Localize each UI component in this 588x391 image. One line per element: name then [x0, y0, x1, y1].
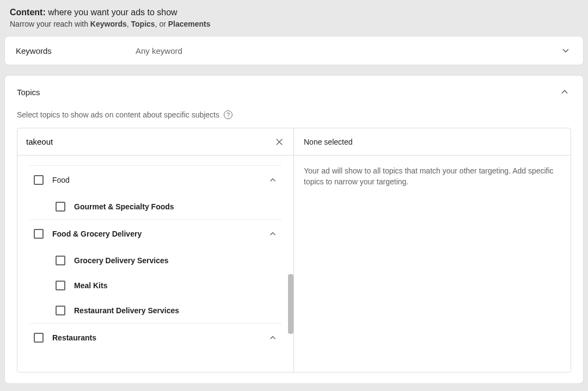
content-subtitle: Narrow your reach with Keywords, Topics,… — [10, 20, 578, 28]
sub-keywords: Keywords — [90, 20, 127, 28]
topic-label: Meal Kits — [74, 281, 279, 290]
selected-header: None selected — [294, 128, 571, 156]
topic-label: Restaurants — [52, 333, 258, 342]
sub-sep2: , or — [155, 20, 168, 28]
chevron-up-icon[interactable] — [558, 85, 571, 98]
topics-search-input[interactable] — [24, 134, 272, 150]
topic-label: Grocery Delivery Services — [74, 256, 279, 265]
topic-label: Gourmet & Specialty Foods — [74, 202, 279, 211]
topic-grocery-delivery-services[interactable]: Grocery Delivery Services — [29, 248, 281, 273]
topics-card: Topics Select topics to show ads on cont… — [4, 75, 584, 384]
topic-label: Restaurant Delivery Services — [74, 306, 279, 315]
topics-panel: Food Gourmet & Specialty Foods Food & Gr… — [17, 128, 571, 373]
chevron-down-icon[interactable] — [559, 44, 572, 57]
checkbox[interactable] — [34, 333, 44, 343]
keywords-value: Any keyword — [136, 46, 559, 55]
content-title-bold: Content: — [10, 8, 46, 17]
content-title-rest: where you want your ads to show — [46, 8, 177, 17]
content-title: Content: where you want your ads to show — [10, 8, 578, 17]
sub-prefix: Narrow your reach with — [10, 20, 90, 28]
chevron-up-icon[interactable] — [266, 331, 279, 344]
topics-header[interactable]: Topics — [5, 76, 583, 98]
content-header: Content: where you want your ads to show… — [4, 4, 584, 36]
checkbox[interactable] — [56, 281, 65, 290]
checkbox[interactable] — [56, 306, 65, 315]
checkbox[interactable] — [56, 202, 65, 212]
topics-description: Select topics to show ads on content abo… — [17, 110, 219, 119]
topics-tree[interactable]: Food Gourmet & Specialty Foods Food & Gr… — [17, 156, 293, 372]
topic-restaurant-delivery-services[interactable]: Restaurant Delivery Services — [29, 298, 281, 323]
sub-topics: Topics — [131, 20, 155, 28]
sub-placements: Placements — [168, 20, 211, 28]
topics-right-column: None selected Your ad will show to all t… — [294, 128, 571, 372]
keywords-card[interactable]: Keywords Any keyword — [4, 36, 584, 65]
selected-header-text: None selected — [304, 138, 353, 146]
topic-food-grocery-delivery[interactable]: Food & Grocery Delivery — [29, 219, 281, 248]
topic-meal-kits[interactable]: Meal Kits — [29, 273, 281, 298]
close-icon[interactable] — [272, 134, 287, 150]
topics-search-row — [17, 128, 293, 156]
checkbox[interactable] — [56, 256, 65, 265]
checkbox[interactable] — [34, 229, 44, 239]
topic-food[interactable]: Food — [29, 165, 281, 194]
chevron-up-icon[interactable] — [266, 227, 279, 240]
topic-gourmet-specialty-foods[interactable]: Gourmet & Specialty Foods — [29, 194, 281, 219]
topics-left-column: Food Gourmet & Specialty Foods Food & Gr… — [17, 128, 294, 372]
topics-description-row: Select topics to show ads on content abo… — [5, 98, 583, 128]
chevron-up-icon[interactable] — [266, 173, 279, 187]
help-icon[interactable]: ? — [224, 110, 232, 119]
topics-title: Topics — [17, 88, 40, 97]
sub-sep1: , — [127, 20, 131, 28]
selected-body-text: Your ad will show to all topics that mat… — [304, 166, 554, 186]
checkbox[interactable] — [34, 175, 44, 185]
keywords-label: Keywords — [16, 46, 136, 55]
topic-label: Food — [52, 176, 258, 184]
selected-body: Your ad will show to all topics that mat… — [294, 156, 571, 197]
topic-restaurants[interactable]: Restaurants — [29, 323, 281, 352]
scrollbar-thumb[interactable] — [288, 274, 293, 334]
keywords-row[interactable]: Keywords Any keyword — [5, 36, 583, 65]
topic-label: Food & Grocery Delivery — [52, 229, 258, 238]
